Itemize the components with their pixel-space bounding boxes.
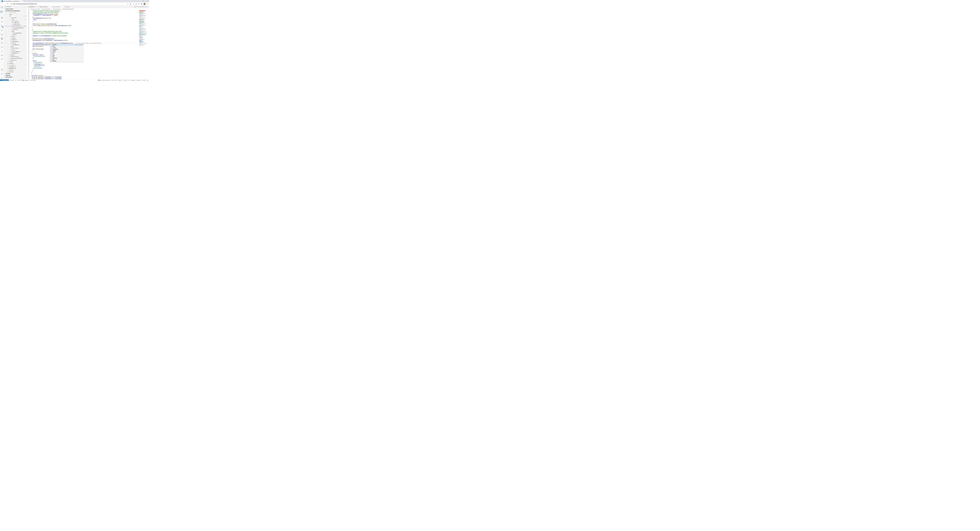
prev-icon[interactable]: ↶: [136, 6, 137, 7]
editor-tab[interactable]: JSindex.js: [63, 5, 71, 8]
ext-icon-3[interactable]: ◢: [135, 3, 137, 5]
source-control-icon[interactable]: 1: [1, 25, 3, 27]
file-item[interactable]: {}jsconfig.json1: [4, 64, 26, 66]
spaces-status[interactable]: Spaces: 2: [118, 79, 124, 81]
file-item[interactable]: JSGridArrow.js: [4, 22, 26, 24]
file-item[interactable]: JSGuestbookMap.js: [4, 32, 26, 34]
problems-status[interactable]: ⊗ 3 ⚠ 0: [17, 79, 22, 81]
file-item[interactable]: JSEmoji.js: [4, 37, 26, 39]
blame-status[interactable]: 👤 You, a few seconds ago: [97, 79, 111, 81]
menu-icon[interactable]: ⋯: [147, 3, 148, 5]
folder-item[interactable]: ⌄Map: [4, 30, 26, 32]
file-item[interactable]: JSSubheading.js: [4, 41, 26, 42]
timeline-section[interactable]: › TIMELINE: [4, 74, 27, 76]
file-item[interactable]: JSsignatures.js: [4, 52, 26, 54]
folder-item[interactable]: ⌄src: [4, 15, 26, 17]
sidebar-more-icon[interactable]: ⋯: [24, 6, 25, 8]
compare-icon[interactable]: ⧉: [135, 6, 135, 7]
file-item[interactable]: ▦arrow.png: [4, 20, 26, 22]
ext-icon-1[interactable]: ◉: [130, 3, 131, 5]
liveshare-icon[interactable]: [1, 50, 3, 52]
eol-status[interactable]: LF: [127, 79, 130, 81]
codespaces-button[interactable]: ⎇ Codespaces: [0, 79, 9, 81]
file-item[interactable]: JSsignatures.js: [4, 59, 26, 61]
suggest-widget[interactable]: ⬚ Symbol interface Symbol ⊞ clear ⊞ conc…: [50, 44, 83, 62]
file-item[interactable]: JSApp.js: [4, 35, 26, 37]
star-icon[interactable]: ☆: [127, 3, 128, 5]
back-button[interactable]: ←: [1, 3, 3, 5]
file-item[interactable]: JSregisterServiceWorker.js: [4, 57, 26, 59]
account-icon[interactable]: [1, 73, 3, 75]
editor-tab[interactable]: ⓘREADME.md: [27, 5, 37, 8]
file-item[interactable]: JSpins.js: [4, 49, 26, 51]
file-item[interactable]: ◆.gitignore: [4, 62, 26, 64]
breadcrumb-item[interactable]: src: [28, 9, 29, 10]
folder-item[interactable]: ⌄components: [4, 17, 26, 19]
breadcrumb-item[interactable]: Grid: [38, 9, 40, 10]
split-down-icon[interactable]: ⊟: [140, 6, 142, 7]
refresh-button[interactable]: ⟳: [7, 3, 9, 5]
profile-avatar[interactable]: [143, 3, 145, 5]
close-window-button[interactable]: ✕: [145, 0, 149, 2]
extensions-icon[interactable]: [1, 38, 3, 40]
suggest-item[interactable]: ⊞ flatMap: [50, 60, 83, 62]
file-item[interactable]: JSserver.js: [4, 69, 26, 71]
close-icon[interactable]: ✕: [61, 6, 62, 7]
workspace-section[interactable]: ⌄ GUESTBOOK [CODESPACES]: [4, 10, 27, 12]
breadcrumb-item[interactable]: GuestbookGrid: [53, 9, 60, 10]
branch-status[interactable]: ⎇ master*: [9, 79, 15, 81]
debug-icon[interactable]: [1, 29, 3, 32]
ext-icon-2[interactable]: ◎: [132, 3, 134, 5]
forward-button[interactable]: →: [4, 3, 6, 5]
more-icon[interactable]: ⋯: [147, 6, 148, 7]
prettier-status[interactable]: Prettier: [142, 79, 146, 81]
collections-icon[interactable]: ⊞: [141, 3, 142, 5]
beaker-icon[interactable]: [1, 41, 3, 44]
explorer-icon[interactable]: [1, 11, 3, 13]
file-item[interactable]: JSGuestbookGridCell.js: [4, 27, 26, 29]
minimize-button[interactable]: —: [137, 0, 141, 2]
browser-tab[interactable]: ⧉ GuestbookGrid.js - guestbook (C… ✕: [1, 0, 23, 2]
close-tab-icon[interactable]: ✕: [21, 0, 22, 2]
minimap[interactable]: [139, 10, 148, 79]
file-item[interactable]: JSGuestbookGrid.js2, M: [4, 25, 26, 27]
file-item[interactable]: JSindex.js: [4, 54, 26, 56]
remote-icon[interactable]: [1, 33, 3, 36]
file-item[interactable]: ⓘREADME.md: [4, 68, 26, 70]
open-icon[interactable]: ⊡: [142, 6, 143, 7]
cursor-position[interactable]: Ln 47, Col 27: [111, 79, 118, 81]
app-menu-icon[interactable]: [1, 6, 3, 8]
settings-icon[interactable]: [1, 77, 3, 79]
breadcrumb-item[interactable]: updateActiveSignature: [63, 9, 74, 10]
sync-status[interactable]: ⟳: [15, 79, 17, 81]
liveshare-status[interactable]: ⟲ Live Share: [29, 79, 37, 81]
breadcrumb-item[interactable]: GuestbookGrid.js: [42, 9, 51, 10]
settings-ext-icon[interactable]: [1, 68, 3, 71]
azure-icon[interactable]: [1, 46, 3, 48]
run-icon[interactable]: ▷: [138, 6, 139, 7]
breadcrumb-item[interactable]: components: [30, 9, 36, 10]
code-editor[interactable]: // Determine whether we have any actual …: [30, 10, 149, 79]
notifications-icon[interactable]: 🔔: [146, 79, 149, 81]
live-icon[interactable]: [1, 59, 3, 61]
split-icon[interactable]: ◫: [145, 6, 146, 7]
new-tab-button[interactable]: ＋: [23, 0, 26, 2]
encoding-status[interactable]: UTF-8: [124, 79, 127, 81]
files-icon[interactable]: [1, 17, 3, 19]
outline-section[interactable]: › OUTLINE: [4, 73, 27, 74]
folder-item[interactable]: ›node_modules: [4, 12, 26, 14]
address-bar[interactable]: 🔒 https://acangialosi-guestbook-h239.git…: [10, 3, 126, 4]
user-status[interactable]: 👤 acangialosi: [22, 79, 29, 81]
favorites-icon[interactable]: ✦: [138, 3, 140, 5]
file-item[interactable]: 🔒yarn.lock: [4, 71, 26, 73]
layout-status[interactable]: Layout: US: [136, 79, 142, 81]
file-item[interactable]: JSbonusCells.js: [4, 47, 26, 49]
breadcrumb[interactable]: src›components›Grid›JSGuestbookGrid.js›◯…: [27, 8, 149, 10]
search-icon[interactable]: [1, 21, 3, 23]
maximize-button[interactable]: ☐: [141, 0, 145, 2]
file-item[interactable]: JStheme.js: [4, 42, 26, 44]
language-status[interactable]: JavaScript: [130, 79, 136, 81]
open-editors-section[interactable]: › OPEN EDITORS: [4, 8, 27, 10]
github-icon[interactable]: [1, 54, 3, 57]
npm-section[interactable]: › NPM SCRIPTS: [4, 76, 27, 78]
